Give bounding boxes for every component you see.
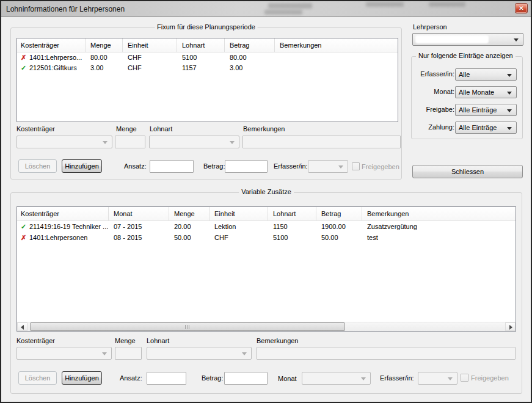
column-header-bemerkungen[interactable]: Bemerkungen [275, 38, 398, 52]
cell-betrag: 80.00 [225, 53, 275, 63]
cell-lohnart: 5100 [268, 232, 316, 243]
bemerkungen-input [242, 136, 401, 148]
cell-text: 1401:Lehrperso... [29, 53, 82, 63]
variable-table[interactable]: Kostenträger Monat Menge Einheit Lohnart… [16, 206, 516, 332]
column-header-betrag[interactable]: Betrag [225, 38, 275, 52]
fixum-table[interactable]: Kostenträger Menge Einheit Lohnart Betra… [16, 38, 398, 122]
column-header-bemerkungen[interactable]: Bemerkungen [362, 207, 516, 220]
freigegeben-checkbox [461, 374, 468, 382]
menge-label: Menge [116, 125, 137, 133]
horizontal-scrollbar[interactable] [17, 322, 516, 331]
variable-table-header: Kostenträger Monat Menge Einheit Lohnart… [17, 207, 516, 221]
betrag-input[interactable] [224, 372, 268, 385]
kostentraeger-dropdown [16, 136, 112, 148]
cell-bemerkungen: test [362, 232, 516, 243]
cell-kostentraeger: ✓ 212501:Giftkurs [17, 63, 86, 73]
close-button[interactable]: ✕ [515, 3, 528, 13]
filter-zahlung-value: Alle Einträge [459, 124, 497, 131]
lohnart-dropdown [149, 136, 239, 148]
redaction-smudge [366, 2, 404, 7]
redaction-smudge [268, 3, 312, 9]
filter-freigabe-value: Alle Einträge [459, 106, 497, 114]
column-header-lohnart[interactable]: Lohnart [268, 207, 316, 220]
filter-erfasser-label: Erfasser/in: [420, 70, 454, 78]
cell-text: 212501:Giftkurs [29, 63, 77, 73]
cell-einheit: CHF [210, 232, 268, 243]
lohnart-label: Lohnart [150, 125, 172, 133]
lehrperson-label: Lehrperson [413, 23, 447, 31]
betrag-input[interactable] [225, 160, 268, 173]
cell-betrag: 3.00 [225, 63, 275, 73]
hinzufuegen-button[interactable]: Hinzufügen [62, 371, 102, 385]
cell-lohnart: 1150 [268, 221, 316, 232]
cell-lohnart: 1157 [177, 63, 225, 73]
column-header-kostentraeger[interactable]: Kostenträger [17, 207, 109, 220]
scrollbar-grip-icon [185, 325, 190, 329]
redaction-smudge [264, 10, 302, 15]
scroll-left-button[interactable] [17, 322, 27, 331]
status-rejected-icon: ✗ [21, 53, 29, 63]
table-row[interactable]: ✗ 1401:Lehrpersonen 08 - 2015 50.00 CHF … [17, 232, 516, 243]
redacted-value [415, 35, 489, 43]
table-row[interactable]: ✓ 212501:Giftkurs 3.00 CHF 1157 3.00 [17, 63, 398, 73]
cell-einheit: CHF [123, 63, 177, 73]
schliessen-button[interactable]: Schliessen [412, 165, 523, 178]
cell-menge: 50.00 [169, 232, 210, 243]
menge-input [115, 136, 145, 148]
table-row[interactable]: ✓ 211419:16-19 Techniker ... 07 - 2015 2… [17, 221, 516, 232]
titlebar[interactable]: Lohninformationen für Lehrpersonen ✕ [1, 1, 531, 17]
column-header-menge[interactable]: Menge [86, 38, 123, 52]
bemerkungen-input [257, 347, 516, 360]
ansatz-input[interactable] [150, 160, 194, 173]
column-header-menge[interactable]: Menge [169, 207, 210, 220]
variable-groupbox: Variable Zusätze Kostenträger Monat Meng… [10, 192, 522, 394]
filter-group-title: Nur folgende Einträge anzeigen [416, 52, 516, 59]
hinzufuegen-button[interactable]: Hinzufügen [62, 159, 102, 173]
cell-menge: 80.00 [86, 53, 123, 63]
fixum-group-title: Fixum für diese Planungsperiode [155, 23, 258, 31]
freigegeben-label: Freigegeben [362, 163, 399, 170]
cell-menge: 3.00 [86, 63, 123, 73]
filter-erfasser-dropdown[interactable]: Alle [455, 68, 517, 81]
menge-label: Menge [115, 337, 136, 344]
cell-betrag: 1900.00 [316, 221, 362, 232]
bemerkungen-label: Bemerkungen [257, 337, 299, 344]
loeschen-button: Löschen [18, 159, 57, 173]
lehrperson-dropdown[interactable] [412, 33, 523, 46]
menge-input [115, 347, 142, 360]
column-header-betrag[interactable]: Betrag [316, 207, 362, 220]
cell-betrag: 50.00 [316, 232, 362, 243]
cell-bemerkungen [275, 53, 398, 63]
column-header-einheit[interactable]: Einheit [123, 38, 177, 52]
monat-label: Monat [278, 375, 297, 382]
column-header-monat[interactable]: Monat [109, 207, 169, 220]
erfasser-dropdown [418, 372, 457, 385]
kostentraeger-label: Kostenträger [16, 337, 55, 344]
ansatz-label: Ansatz: [124, 162, 147, 170]
dialog-content: Fixum für diese Planungsperiode Kostentr… [1, 17, 531, 402]
column-header-lohnart[interactable]: Lohnart [177, 38, 225, 52]
monat-dropdown [302, 372, 371, 385]
filter-freigabe-dropdown[interactable]: Alle Einträge [455, 104, 517, 116]
betrag-label: Betrag: [202, 374, 223, 382]
close-icon: ✕ [519, 5, 523, 12]
filter-monat-value: Alle Monate [459, 89, 494, 96]
scroll-right-button[interactable] [505, 322, 516, 331]
cell-text: 1401:Lehrpersonen [29, 232, 87, 243]
scrollbar-thumb[interactable] [30, 322, 345, 331]
ansatz-input[interactable] [147, 372, 186, 385]
erfasser-label: Erfasser/in: [274, 162, 308, 170]
lohnart-dropdown [147, 347, 252, 360]
cell-text: 211419:16-19 Techniker ... [29, 221, 108, 232]
cell-bemerkungen: Zusatzvergütung [362, 221, 516, 232]
kostentraeger-dropdown [16, 347, 112, 360]
table-row[interactable]: ✗ 1401:Lehrperso... 80.00 CHF 5100 80.00 [17, 53, 398, 63]
kostentraeger-label: Kostenträger [16, 125, 55, 133]
status-approved-icon: ✓ [21, 63, 29, 73]
filter-monat-dropdown[interactable]: Alle Monate [455, 86, 517, 98]
redaction-smudge [429, 2, 465, 7]
column-header-kostentraeger[interactable]: Kostenträger [17, 38, 86, 52]
filter-monat-label: Monat: [434, 88, 454, 95]
filter-zahlung-dropdown[interactable]: Alle Einträge [455, 122, 517, 134]
column-header-einheit[interactable]: Einheit [210, 207, 268, 220]
